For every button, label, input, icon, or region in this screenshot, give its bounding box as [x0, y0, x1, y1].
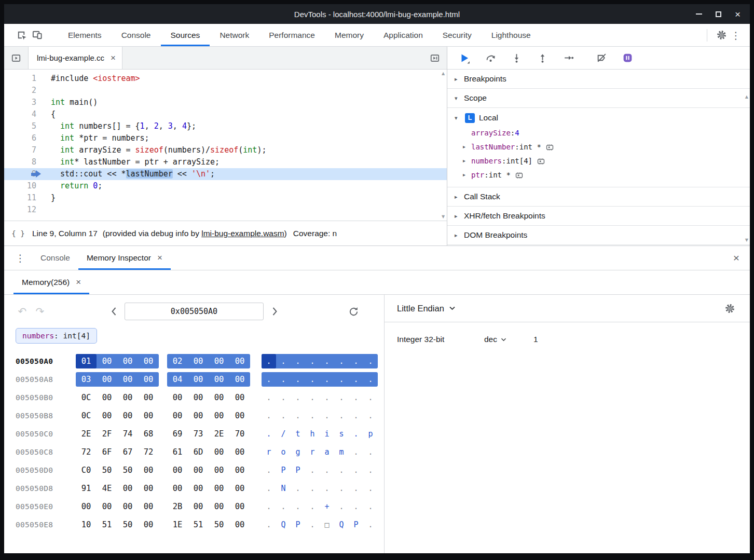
memory-ascii-char[interactable]: g: [291, 445, 305, 459]
close-file-tab-icon[interactable]: ×: [111, 53, 116, 63]
editor-panel-toggle-icon[interactable]: [423, 47, 447, 69]
section-xhr-breakpoints[interactable]: XHR/fetch Breakpoints: [447, 207, 750, 226]
memory-ascii-char[interactable]: Q: [334, 517, 349, 532]
memory-byte[interactable]: 00: [138, 354, 159, 368]
minimize-icon[interactable]: [696, 13, 702, 15]
memory-byte[interactable]: 61: [167, 445, 188, 459]
memory-ascii-char[interactable]: .: [262, 390, 276, 405]
memory-byte[interactable]: 00: [167, 408, 188, 423]
code-line-11[interactable]: 11}: [4, 192, 447, 204]
memory-byte[interactable]: 00: [138, 517, 159, 532]
tab-elements[interactable]: Elements: [58, 24, 112, 46]
step-over-icon[interactable]: [485, 52, 496, 64]
memory-byte[interactable]: 72: [76, 445, 97, 459]
memory-byte[interactable]: 50: [117, 517, 138, 532]
tab-memory-inspector[interactable]: Memory Inspector ×: [78, 246, 171, 270]
collapse-triangle-icon[interactable]: [455, 213, 464, 220]
memory-byte[interactable]: 00: [117, 390, 138, 405]
close-memory-view-icon[interactable]: ×: [76, 277, 81, 288]
memory-ascii-char[interactable]: .: [320, 354, 334, 368]
memory-ascii-char[interactable]: s: [334, 427, 349, 441]
memory-byte[interactable]: 00: [188, 408, 209, 423]
code-line-4[interactable]: 4{: [4, 108, 447, 120]
memory-byte[interactable]: 00: [188, 481, 209, 496]
collapse-triangle-icon[interactable]: [455, 76, 464, 83]
memory-ascii-char[interactable]: m: [334, 445, 349, 459]
memory-ascii-char[interactable]: .: [305, 481, 320, 496]
memory-ascii-char[interactable]: .: [262, 372, 276, 387]
memory-byte[interactable]: 6D: [188, 445, 209, 459]
memory-ascii-char[interactable]: .: [291, 408, 305, 423]
memory-ascii-char[interactable]: .: [363, 445, 378, 459]
memory-byte[interactable]: 51: [97, 517, 117, 532]
memory-byte[interactable]: 00: [209, 445, 229, 459]
section-dom-breakpoints[interactable]: DOM Breakpoints: [447, 226, 750, 245]
code-line-5[interactable]: 5 int numbers[] = {1, 2, 3, 4};: [4, 120, 447, 132]
scope-variable-arraySize[interactable]: arraySize: 4: [447, 126, 750, 140]
history-back-icon[interactable]: [16, 305, 29, 318]
tab-sources[interactable]: Sources: [161, 24, 210, 46]
memory-byte[interactable]: 00: [209, 354, 229, 368]
memory-ascii-char[interactable]: .: [291, 354, 305, 368]
memory-byte[interactable]: 0C: [76, 390, 97, 405]
memory-byte[interactable]: 51: [188, 517, 209, 532]
deactivate-breakpoints-icon[interactable]: [596, 52, 607, 64]
memory-ascii-char[interactable]: t: [291, 427, 305, 441]
memory-byte[interactable]: 73: [188, 427, 209, 441]
code-line-1[interactable]: 1#include <iostream>: [4, 73, 447, 85]
memory-ascii-char[interactable]: .: [305, 517, 320, 532]
memory-ascii-char[interactable]: .: [305, 354, 320, 368]
more-options-icon[interactable]: [729, 30, 743, 41]
memory-ascii-char[interactable]: .: [262, 463, 276, 477]
memory-byte[interactable]: 1E: [167, 517, 188, 532]
line-number[interactable]: 5: [4, 120, 45, 132]
inspect-element-icon[interactable]: [13, 28, 29, 43]
code-line-6[interactable]: 6 int *ptr = numbers;: [4, 132, 447, 144]
pretty-print-icon[interactable]: [4, 229, 32, 238]
memory-ascii-char[interactable]: .: [334, 372, 349, 387]
tab-console[interactable]: Console: [32, 246, 78, 270]
pause-on-exceptions-icon[interactable]: [622, 52, 633, 64]
memory-byte[interactable]: 4E: [97, 481, 117, 496]
memory-byte[interactable]: 00: [138, 499, 159, 514]
tab-lighthouse[interactable]: Lighthouse: [482, 24, 541, 46]
memory-byte[interactable]: 00: [229, 390, 250, 405]
memory-ascii-char[interactable]: /: [276, 427, 291, 441]
memory-ascii-char[interactable]: P: [291, 463, 305, 477]
memory-ascii-char[interactable]: .: [262, 517, 276, 532]
line-number[interactable]: 10: [4, 180, 45, 192]
settings-gear-icon[interactable]: [714, 28, 729, 43]
format-select[interactable]: dec: [484, 335, 506, 344]
memory-byte[interactable]: 00: [117, 499, 138, 514]
memory-byte[interactable]: 00: [229, 354, 250, 368]
memory-ascii-char[interactable]: .: [305, 372, 320, 387]
section-scope[interactable]: Scope: [447, 89, 750, 108]
memory-byte[interactable]: 00: [209, 481, 229, 496]
tab-application[interactable]: Application: [374, 24, 433, 46]
line-number[interactable]: 11: [4, 192, 45, 204]
memory-ascii-char[interactable]: .: [291, 499, 305, 514]
memory-byte[interactable]: 00: [97, 372, 117, 387]
memory-byte[interactable]: 00: [138, 481, 159, 496]
expand-triangle-icon[interactable]: [463, 144, 471, 149]
memory-byte[interactable]: 03: [76, 372, 97, 387]
memory-inspector-icon[interactable]: [515, 172, 524, 179]
memory-ascii-char[interactable]: .: [349, 481, 363, 496]
tab-memory-256[interactable]: Memory(256) ×: [13, 270, 89, 294]
memory-ascii-char[interactable]: .: [305, 499, 320, 514]
memory-ascii-char[interactable]: N: [276, 481, 291, 496]
memory-ascii-char[interactable]: .: [305, 390, 320, 405]
memory-byte[interactable]: 00: [97, 499, 117, 514]
drawer-menu-icon[interactable]: [13, 252, 27, 264]
memory-ascii-char[interactable]: h: [305, 427, 320, 441]
memory-ascii-char[interactable]: i: [320, 427, 334, 441]
highlight-chip-numbers[interactable]: numbers: int[4]: [16, 328, 97, 344]
tab-performance[interactable]: Performance: [259, 24, 325, 46]
expand-triangle-icon[interactable]: [463, 172, 471, 177]
memory-byte[interactable]: 00: [229, 499, 250, 514]
memory-ascii-char[interactable]: .: [349, 445, 363, 459]
scope-variable-ptr[interactable]: ptr: int *: [447, 168, 750, 182]
refresh-icon[interactable]: [347, 305, 360, 318]
previous-page-icon[interactable]: [108, 306, 119, 317]
tab-network[interactable]: Network: [210, 24, 259, 46]
